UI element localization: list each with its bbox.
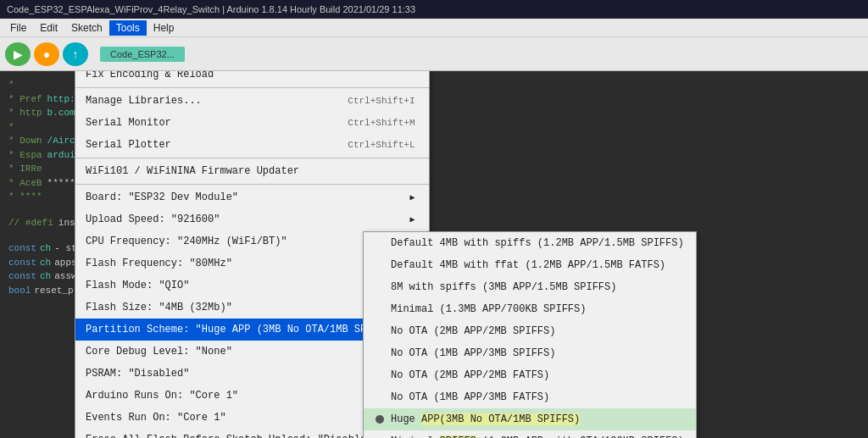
partition-huge-app[interactable]: Huge APP(3MB No OTA/1MB SPIFFS) bbox=[364, 408, 696, 430]
partition-minimal[interactable]: Minimal (1.3MB APP/700KB SPIFFS) bbox=[364, 298, 696, 320]
divider-1 bbox=[75, 87, 429, 88]
menu-serial-monitor[interactable]: Serial Monitor Ctrl+Shift+M bbox=[75, 112, 429, 134]
partition-8m-spiffs[interactable]: 8M with spiffs (3MB APP/1.5MB SPIFFS) bbox=[364, 276, 696, 298]
menu-serial-plotter[interactable]: Serial Plotter Ctrl+Shift+L bbox=[75, 134, 429, 156]
editor-tab[interactable]: Code_ESP32... bbox=[100, 47, 185, 62]
menu-wifi-firmware[interactable]: WiFi101 / WiFiNINA Firmware Updater bbox=[75, 160, 429, 182]
menu-fix-encoding[interactable]: Fix Encoding & Reload bbox=[75, 71, 429, 86]
partition-default-spiffs[interactable]: Default 4MB with spiffs (1.2MB APP/1.5MB… bbox=[364, 232, 696, 254]
partition-no-ota-2mb-spiffs[interactable]: No OTA (2MB APP/2MB SPIFFS) bbox=[364, 320, 696, 342]
partition-no-ota-1mb-fatfs[interactable]: No OTA (1MB APP/3MB FATFS) bbox=[364, 386, 696, 408]
upload-button[interactable]: ● bbox=[34, 42, 59, 66]
menu-help[interactable]: Help bbox=[147, 20, 181, 36]
code-line-6: * Espa bbox=[8, 148, 42, 163]
code-line-1: * bbox=[8, 78, 14, 92]
menu-file[interactable]: File bbox=[3, 20, 33, 36]
partition-minimal-spiffs[interactable]: Minimal SPIFFS (1.9MB APP with OTA/190KB… bbox=[364, 430, 696, 438]
code-line-7: * IRRe bbox=[8, 162, 42, 176]
code-line-4: * bbox=[8, 120, 14, 135]
partition-no-ota-2mb-fatfs[interactable]: No OTA (2MB APP/2MB FATFS) bbox=[364, 364, 696, 386]
code-line-5: * Down bbox=[8, 134, 42, 148]
menu-tools[interactable]: Tools bbox=[109, 20, 147, 36]
divider-3 bbox=[75, 184, 429, 185]
code-area: * * Prefhttp://ard * httpb.com/espressif… bbox=[0, 71, 868, 438]
code-line-2: * Pref bbox=[8, 92, 42, 107]
title-text: Code_ESP32_ESPAlexa_WiFiProv_4Relay_Swit… bbox=[7, 4, 415, 14]
code-line-3: * http bbox=[8, 106, 42, 120]
title-bar: Code_ESP32_ESPAlexa_WiFiProv_4Relay_Swit… bbox=[0, 0, 868, 19]
toolbar: ▶ ● ↑ Code_ESP32... bbox=[0, 37, 868, 71]
divider-2 bbox=[75, 158, 429, 158]
partition-no-ota-1mb-spiffs[interactable]: No OTA (1MB APP/3MB SPIFFS) bbox=[364, 342, 696, 364]
menu-board[interactable]: Board: "ESP32 Dev Module" ▶ bbox=[75, 186, 429, 208]
verify-button[interactable]: ▶ bbox=[5, 42, 31, 66]
partition-submenu[interactable]: Default 4MB with spiffs (1.2MB APP/1.5MB… bbox=[363, 231, 697, 438]
menu-edit[interactable]: Edit bbox=[33, 20, 64, 36]
menu-bar: File Edit Sketch Tools Help bbox=[0, 19, 868, 37]
code-line-11: // #defi bbox=[8, 216, 53, 230]
menu-upload-speed[interactable]: Upload Speed: "921600" ▶ bbox=[75, 208, 429, 230]
menu-sketch[interactable]: Sketch bbox=[64, 20, 109, 36]
code-line-9: * **** bbox=[8, 190, 42, 204]
code-line-8: * AceB bbox=[8, 176, 42, 191]
menu-manage-libraries[interactable]: Manage Libraries... Ctrl+Shift+I bbox=[75, 90, 429, 112]
new-button[interactable]: ↑ bbox=[63, 42, 88, 66]
partition-default-ffat[interactable]: Default 4MB with ffat (1.2MB APP/1.5MB F… bbox=[364, 254, 696, 276]
